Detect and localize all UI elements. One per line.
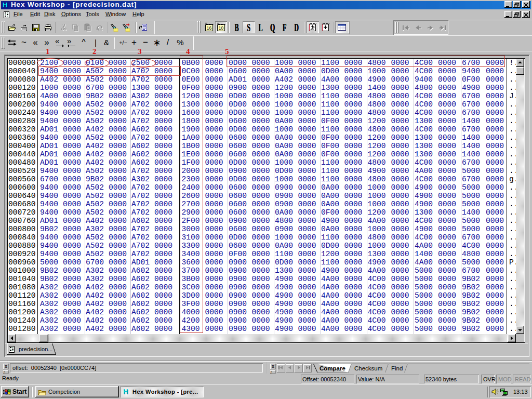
svg-text:10: 10 [219, 25, 224, 31]
svg-text:Compare: Compare [320, 365, 345, 371]
svg-text:16: 16 [207, 25, 212, 31]
svg-text:Find: Find [391, 365, 403, 371]
svg-text:«: « [55, 37, 59, 45]
svg-text:»: » [67, 37, 71, 45]
svg-text:Checksum: Checksum [354, 365, 382, 371]
